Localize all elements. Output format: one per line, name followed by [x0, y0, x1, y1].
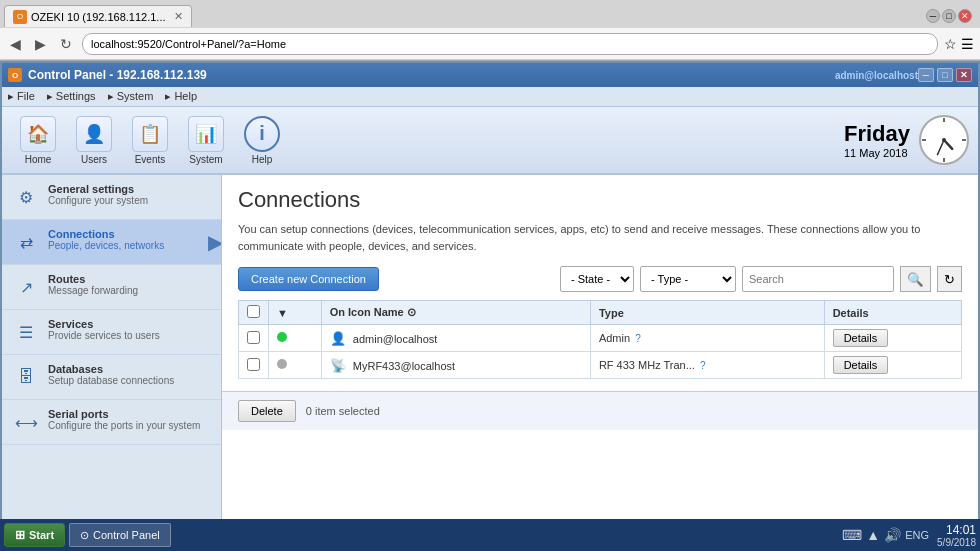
taskbar-control-panel[interactable]: ⊙ Control Panel: [69, 523, 171, 547]
app-minimize-btn[interactable]: ─: [918, 68, 934, 82]
main-area: ⚙ General settings Configure your system…: [2, 175, 978, 535]
nav-back-btn[interactable]: ◀: [6, 34, 25, 54]
create-connection-btn[interactable]: Create new Connection: [238, 267, 379, 291]
app-close-btn[interactable]: ✕: [956, 68, 972, 82]
general-settings-title: General settings: [48, 183, 148, 195]
state-filter[interactable]: - State - Active Inactive: [560, 266, 634, 292]
type-help-icon-rf[interactable]: ?: [700, 360, 706, 371]
svg-point-7: [942, 138, 946, 142]
content-area: Connections You can setup connections (d…: [222, 175, 978, 535]
table-row: 👤 admin@localhost Admin ? Details: [239, 325, 962, 352]
tray-icons: ⌨ ▲ 🔊 ENG: [842, 527, 929, 543]
taskbar-clock[interactable]: 14:01 5/9/2018: [937, 523, 976, 548]
app-maximize-btn[interactable]: □: [937, 68, 953, 82]
connection-icon-user: 👤: [330, 331, 346, 346]
connection-name: admin@localhost: [353, 333, 438, 345]
details-btn-rf433[interactable]: Details: [833, 356, 889, 374]
help-icon: i: [244, 116, 280, 152]
status-dot-gray: [277, 359, 287, 369]
row-checkbox-cell: [239, 352, 269, 379]
browser-minimize[interactable]: ─: [926, 9, 940, 23]
bottom-bar: Delete 0 item selected: [222, 391, 978, 430]
routes-icon: ↗: [12, 273, 40, 301]
sidebar-item-databases[interactable]: 🗄 Databases Setup database connections: [2, 355, 221, 400]
bookmark-icon[interactable]: ☆: [944, 36, 957, 52]
nav-refresh-btn[interactable]: ↻: [56, 34, 76, 54]
serial-ports-sub: Configure the ports in your system: [48, 420, 200, 431]
connection-icon-rf433: 📡: [330, 358, 346, 373]
menu-system[interactable]: ▸ System: [108, 90, 154, 103]
type-help-icon[interactable]: ?: [635, 333, 641, 344]
clock-date: 11 May 2018: [844, 147, 910, 159]
address-input[interactable]: [82, 33, 938, 55]
toolbar-users-btn[interactable]: 👤 Users: [66, 112, 122, 169]
content-toolbar: Create new Connection - State - Active I…: [238, 266, 962, 292]
home-label: Home: [25, 154, 52, 165]
search-btn[interactable]: 🔍: [900, 266, 931, 292]
browser-tab[interactable]: O OZEKI 10 (192.168.112.1... ✕: [4, 5, 192, 27]
row-checkbox[interactable]: [247, 358, 260, 371]
app-favicon: O: [8, 68, 22, 82]
browser-tab-bar: O OZEKI 10 (192.168.112.1... ✕ ─ □ ✕ ◀ ▶…: [0, 0, 980, 61]
menu-help[interactable]: ▸ Help: [165, 90, 197, 103]
start-btn[interactable]: ⊞ Start: [4, 523, 65, 547]
toolbar-home-btn[interactable]: 🏠 Home: [10, 112, 66, 169]
menu-settings[interactable]: ▸ Settings: [47, 90, 96, 103]
row-name-cell: 👤 admin@localhost: [321, 325, 590, 352]
menu-file[interactable]: ▸ File: [8, 90, 35, 103]
sidebar-item-routes[interactable]: ↗ Routes Message forwarding: [2, 265, 221, 310]
browser-window: O OZEKI 10 (192.168.112.1... ✕ ─ □ ✕ ◀ ▶…: [0, 0, 980, 537]
th-on-icon-name[interactable]: On Icon Name ⊙: [321, 301, 590, 325]
row-status-cell: [269, 352, 322, 379]
general-settings-sub: Configure your system: [48, 195, 148, 206]
settings-icon[interactable]: ☰: [961, 36, 974, 52]
taskbar-date: 5/9/2018: [937, 537, 976, 548]
type-filter[interactable]: - Type - Admin RF 433 MHz: [640, 266, 736, 292]
toolbar-system-btn[interactable]: 📊 System: [178, 112, 234, 169]
browser-close[interactable]: ✕: [958, 9, 972, 23]
row-details-cell: Details: [824, 352, 961, 379]
row-name-cell: 📡 MyRF433@localhost: [321, 352, 590, 379]
search-input[interactable]: [742, 266, 894, 292]
general-settings-icon: ⚙: [12, 183, 40, 211]
nav-forward-btn[interactable]: ▶: [31, 34, 50, 54]
databases-title: Databases: [48, 363, 174, 375]
events-label: Events: [135, 154, 166, 165]
sidebar-item-general-settings[interactable]: ⚙ General settings Configure your system: [2, 175, 221, 220]
clock-widget: Friday 11 May 2018: [844, 114, 970, 166]
sidebar-item-connections[interactable]: ⇄ Connections People, devices, networks …: [2, 220, 221, 265]
refresh-btn[interactable]: ↻: [937, 266, 962, 292]
address-bar: ◀ ▶ ↻ ☆ ☰: [0, 28, 980, 60]
row-checkbox[interactable]: [247, 331, 260, 344]
app-titlebar: O Control Panel - 192.168.112.139 admin@…: [2, 63, 978, 87]
toolbar-help-btn[interactable]: i Help: [234, 112, 290, 169]
sidebar-item-serial-ports[interactable]: ⟷ Serial ports Configure the ports in yo…: [2, 400, 221, 445]
th-details: Details: [824, 301, 961, 325]
browser-maximize[interactable]: □: [942, 9, 956, 23]
clock-face: [918, 114, 970, 166]
toolbar-buttons: 🏠 Home 👤 Users 📋 Events 📊 System i: [10, 112, 290, 169]
toolbar-events-btn[interactable]: 📋 Events: [122, 112, 178, 169]
sort-icon: ⊙: [407, 306, 416, 318]
windows-icon: ⊞: [15, 528, 25, 542]
connections-table: ▼ On Icon Name ⊙ Type Details: [238, 300, 962, 379]
tab-close-btn[interactable]: ✕: [174, 10, 183, 23]
connections-sub: People, devices, networks: [48, 240, 164, 251]
th-type: Type: [590, 301, 824, 325]
sidebar-item-services[interactable]: ☰ Services Provide services to users: [2, 310, 221, 355]
details-btn-admin[interactable]: Details: [833, 329, 889, 347]
app-window: O Control Panel - 192.168.112.139 admin@…: [0, 61, 980, 537]
serial-ports-icon: ⟷: [12, 408, 40, 436]
databases-sub: Setup database connections: [48, 375, 174, 386]
volume-icon: 🔊: [884, 527, 901, 543]
taskbar-time: 14:01: [937, 523, 976, 537]
tab-favicon: O: [13, 10, 27, 24]
clock-day: Friday: [844, 121, 910, 147]
delete-btn[interactable]: Delete: [238, 400, 296, 422]
row-checkbox-cell: [239, 325, 269, 352]
databases-icon: 🗄: [12, 363, 40, 391]
keyboard-icon: ⌨: [842, 527, 862, 543]
table-row: 📡 MyRF433@localhost RF 433 MHz Tran... ?…: [239, 352, 962, 379]
system-label: System: [189, 154, 222, 165]
select-all-checkbox[interactable]: [247, 305, 260, 318]
